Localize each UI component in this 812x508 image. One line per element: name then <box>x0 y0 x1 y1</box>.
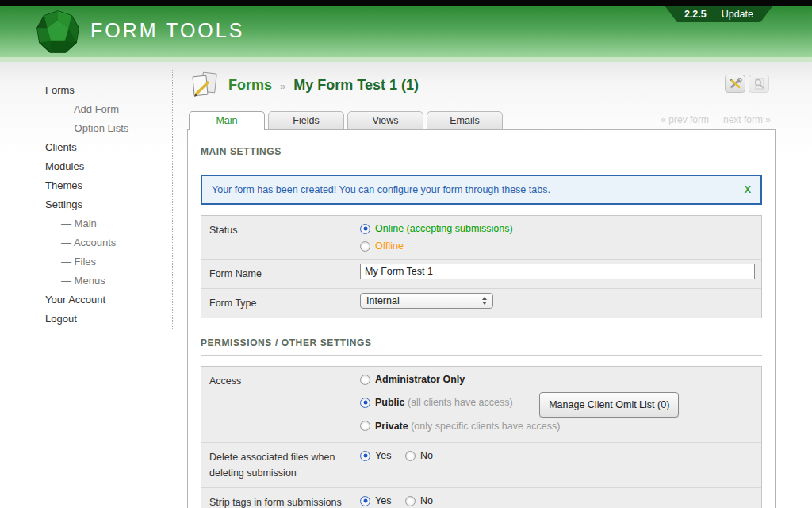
sidebar-item-add-form[interactable]: — Add Form <box>45 100 172 119</box>
access-private-note: (only specific clients have access) <box>411 421 560 432</box>
access-admin-option[interactable]: Administrator Only <box>360 371 465 388</box>
access-private-label[interactable]: Private <box>375 421 408 432</box>
delete-files-no-option[interactable]: No <box>405 447 433 464</box>
formtools-logo-icon <box>35 10 81 59</box>
edit-tools-button[interactable] <box>725 75 745 93</box>
version-tab: 2.2.5 Update <box>665 6 772 22</box>
sidebar-item-settings-files[interactable]: — Files <box>45 252 172 271</box>
sidebar-item-your-account[interactable]: Your Account <box>45 291 172 310</box>
main-settings-table: Status Online (accepting submissions) Of… <box>201 215 762 318</box>
main-tab-panel: MAIN SETTINGS Your form has been created… <box>187 129 776 508</box>
strip-tags-no-option[interactable]: No <box>405 492 433 508</box>
sidebar-item-clients[interactable]: Clients <box>45 138 172 157</box>
version-separator <box>714 10 714 19</box>
status-offline-option[interactable]: Offline <box>360 237 404 255</box>
main-content: Forms » My Form Test 1 (1) Main Fields V… <box>187 62 777 508</box>
breadcrumb: Forms » My Form Test 1 (1) <box>228 77 419 94</box>
form-tabs: Main Fields Views Emails <box>189 111 506 130</box>
form-type-row: Form Type Internal <box>201 288 761 318</box>
manage-client-omit-list-button[interactable]: Manage Client Omit List (0) <box>539 392 679 418</box>
sidebar-item-themes[interactable]: Themes <box>45 176 172 195</box>
sidebar-divider <box>172 70 173 329</box>
radio-delete-no[interactable] <box>405 451 416 461</box>
permissions-table: Access Administrator Only Public (all cl… <box>201 366 762 508</box>
version-number: 2.2.5 <box>684 9 707 20</box>
wrench-pencil-icon <box>729 78 742 90</box>
sidebar: Forms — Add Form — Option Lists Clients … <box>0 62 172 508</box>
radio-admin-only[interactable] <box>360 375 370 385</box>
sidebar-item-settings-main[interactable]: — Main <box>45 214 172 233</box>
brand-title: FORM TOOLS <box>90 19 244 42</box>
form-created-notice: Your form has been created! You can conf… <box>201 175 762 205</box>
select-stepper-icon <box>482 297 487 305</box>
access-row: Access Administrator Only Public (all cl… <box>201 367 761 442</box>
delete-files-yes-option[interactable]: Yes <box>360 447 391 464</box>
delete-files-no-label[interactable]: No <box>420 447 433 464</box>
form-name-row: Form Name <box>201 259 761 288</box>
sidebar-item-logout[interactable]: Logout <box>45 310 172 329</box>
tab-views[interactable]: Views <box>347 111 423 129</box>
radio-offline[interactable] <box>360 241 370 252</box>
strip-tags-yes-label[interactable]: Yes <box>375 492 391 508</box>
strip-tags-yes-option[interactable]: Yes <box>360 492 391 508</box>
radio-delete-yes[interactable] <box>360 451 370 461</box>
access-private-option[interactable]: Private (only specific clients have acce… <box>360 418 560 435</box>
top-black-bar <box>0 0 812 6</box>
notice-text: Your form has been created! You can conf… <box>212 184 550 195</box>
access-public-label[interactable]: Public <box>375 397 405 408</box>
next-form-link[interactable]: next form » <box>723 114 771 125</box>
access-public-option[interactable]: Public (all clients have access) <box>360 394 513 411</box>
update-link[interactable]: Update <box>722 9 753 20</box>
status-label: Status <box>201 216 357 259</box>
delete-files-yes-label[interactable]: Yes <box>375 447 391 464</box>
access-admin-label[interactable]: Administrator Only <box>375 371 465 388</box>
tab-emails[interactable]: Emails <box>427 111 503 129</box>
view-form-button[interactable] <box>749 75 769 93</box>
breadcrumb-separator: » <box>276 80 289 92</box>
radio-strip-yes[interactable] <box>360 496 370 506</box>
status-offline-label[interactable]: Offline <box>375 237 404 255</box>
sidebar-item-option-lists[interactable]: — Option Lists <box>45 119 172 138</box>
sidebar-item-modules[interactable]: Modules <box>45 157 172 176</box>
tab-fields[interactable]: Fields <box>268 111 344 129</box>
prev-form-link[interactable]: « prev form <box>661 114 709 125</box>
header-tool-buttons <box>725 75 769 93</box>
status-online-option[interactable]: Online (accepting submissions) <box>360 220 513 237</box>
form-type-label: Form Type <box>201 288 357 318</box>
form-name-label: Form Name <box>201 259 357 288</box>
form-name-input[interactable] <box>360 264 755 279</box>
delete-files-row: Delete associated files when deleting su… <box>201 442 761 487</box>
magnifier-page-icon <box>753 78 766 90</box>
breadcrumb-current: My Form Test 1 (1) <box>293 77 419 93</box>
radio-private[interactable] <box>360 421 370 431</box>
radio-online[interactable] <box>360 224 370 234</box>
sidebar-item-settings-menus[interactable]: — Menus <box>45 271 172 291</box>
strip-tags-label: Strip tags in form submissions <box>201 487 357 508</box>
access-label: Access <box>201 367 357 442</box>
status-online-label[interactable]: Online (accepting submissions) <box>375 220 513 237</box>
permissions-heading: PERMISSIONS / OTHER SETTINGS <box>201 333 762 356</box>
sidebar-item-settings[interactable]: Settings <box>45 195 172 214</box>
radio-strip-no[interactable] <box>405 496 416 506</box>
status-row: Status Online (accepting submissions) Of… <box>201 216 761 259</box>
main-settings-heading: MAIN SETTINGS <box>201 141 762 164</box>
notice-close-button[interactable]: X <box>745 184 751 195</box>
edit-form-icon <box>189 71 220 103</box>
breadcrumb-forms-link[interactable]: Forms <box>228 77 272 93</box>
delete-files-label: Delete associated files when deleting su… <box>201 442 357 487</box>
form-type-select[interactable]: Internal <box>360 293 493 309</box>
sidebar-item-forms[interactable]: Forms <box>45 81 172 100</box>
strip-tags-row: Strip tags in form submissions Yes No <box>201 487 761 508</box>
sidebar-item-settings-accounts[interactable]: — Accounts <box>45 233 172 252</box>
strip-tags-no-label[interactable]: No <box>420 492 433 508</box>
tab-main[interactable]: Main <box>189 111 265 130</box>
form-pager: « prev form next form » <box>661 114 771 125</box>
access-public-note: (all clients have access) <box>408 397 513 408</box>
form-type-selected-value: Internal <box>366 295 400 306</box>
radio-public[interactable] <box>360 398 370 408</box>
